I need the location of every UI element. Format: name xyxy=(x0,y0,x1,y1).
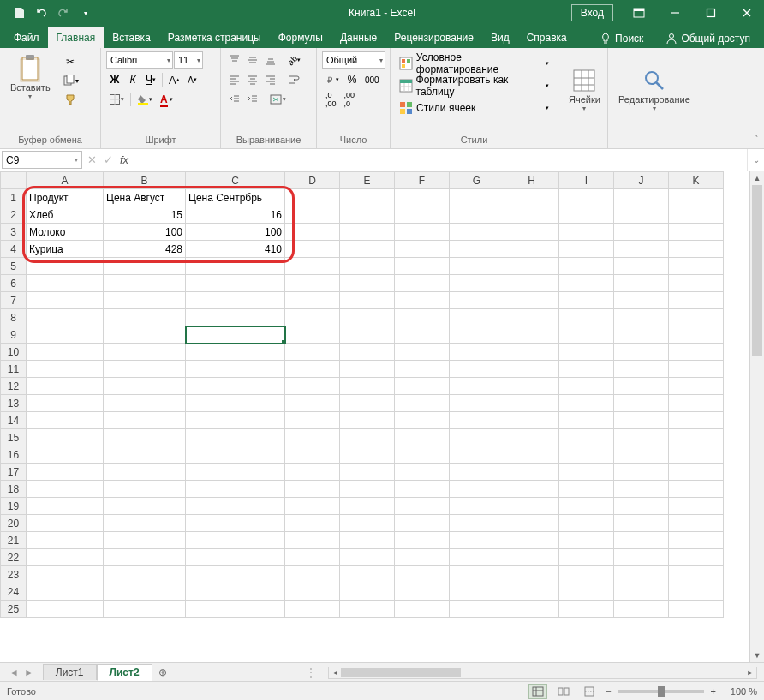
column-header[interactable]: G xyxy=(450,172,504,189)
cell-J2[interactable] xyxy=(614,206,669,224)
cell-J7[interactable] xyxy=(614,292,669,309)
sheet-tab-1[interactable]: Лист1 xyxy=(43,664,97,680)
cell-G9[interactable] xyxy=(450,326,504,344)
column-header[interactable]: B xyxy=(104,172,186,189)
cell-H24[interactable] xyxy=(504,583,559,601)
fill-color-button[interactable]: ▾ xyxy=(134,91,156,108)
cell-J19[interactable] xyxy=(614,498,669,515)
cell-I1[interactable] xyxy=(559,189,614,206)
column-header[interactable]: A xyxy=(27,172,104,189)
align-top-button[interactable] xyxy=(226,51,243,69)
column-header[interactable]: D xyxy=(285,172,340,189)
cell-J12[interactable] xyxy=(614,378,669,395)
cell-F15[interactable] xyxy=(395,429,450,446)
row-header[interactable]: 21 xyxy=(1,532,27,549)
cell-B9[interactable] xyxy=(104,326,186,344)
cell-G24[interactable] xyxy=(450,583,504,601)
cell-A19[interactable] xyxy=(27,498,104,515)
cell-B12[interactable] xyxy=(104,378,186,395)
cell-D5[interactable] xyxy=(285,258,340,275)
cell-K14[interactable] xyxy=(669,412,724,429)
cell-F16[interactable] xyxy=(395,446,450,464)
grow-font-button[interactable]: A▴ xyxy=(165,71,183,88)
cell-H20[interactable] xyxy=(504,515,559,532)
cell-C13[interactable] xyxy=(186,395,285,412)
cell-D9[interactable] xyxy=(285,326,340,344)
cell-E1[interactable] xyxy=(340,189,395,206)
scroll-right-icon[interactable]: ► xyxy=(744,667,756,678)
cell-G3[interactable] xyxy=(450,224,504,241)
cell-A8[interactable] xyxy=(27,309,104,326)
cell-A10[interactable] xyxy=(27,344,104,361)
cell-G20[interactable] xyxy=(450,515,504,532)
cell-F10[interactable] xyxy=(395,344,450,361)
cell-D15[interactable] xyxy=(285,429,340,446)
sheet-tab-2[interactable]: Лист2 xyxy=(97,664,152,681)
select-all-corner[interactable] xyxy=(1,172,27,189)
cell-A23[interactable] xyxy=(27,566,104,583)
cell-I16[interactable] xyxy=(559,446,614,464)
cell-A1[interactable]: Продукт xyxy=(27,189,104,206)
cell-H9[interactable] xyxy=(504,326,559,344)
cell-K4[interactable] xyxy=(669,241,724,258)
cell-K10[interactable] xyxy=(669,344,724,361)
cells-button[interactable]: Ячейки ▾ xyxy=(564,51,606,127)
scroll-thumb[interactable] xyxy=(752,185,762,356)
cell-K17[interactable] xyxy=(669,464,724,481)
cell-C19[interactable] xyxy=(186,498,285,515)
cell-I7[interactable] xyxy=(559,292,614,309)
cell-A6[interactable] xyxy=(27,275,104,292)
cell-A4[interactable]: Курица xyxy=(27,241,104,258)
cell-J1[interactable] xyxy=(614,189,669,206)
cell-K2[interactable] xyxy=(669,206,724,224)
cell-G10[interactable] xyxy=(450,344,504,361)
cell-C4[interactable]: 410 xyxy=(186,241,285,258)
cell-D8[interactable] xyxy=(285,309,340,326)
cell-I21[interactable] xyxy=(559,532,614,549)
cell-E3[interactable] xyxy=(340,224,395,241)
cell-K20[interactable] xyxy=(669,515,724,532)
cell-A18[interactable] xyxy=(27,481,104,498)
cell-F18[interactable] xyxy=(395,481,450,498)
cell-G1[interactable] xyxy=(450,189,504,206)
cell-D10[interactable] xyxy=(285,344,340,361)
cell-C18[interactable] xyxy=(186,481,285,498)
cell-J4[interactable] xyxy=(614,241,669,258)
cell-H2[interactable] xyxy=(504,206,559,224)
cell-K1[interactable] xyxy=(669,189,724,206)
column-header[interactable]: E xyxy=(340,172,395,189)
cell-K7[interactable] xyxy=(669,292,724,309)
cell-B25[interactable] xyxy=(104,601,186,618)
row-header[interactable]: 24 xyxy=(1,583,27,601)
cell-F22[interactable] xyxy=(395,549,450,566)
row-header[interactable]: 7 xyxy=(1,292,27,309)
tab-view[interactable]: Вид xyxy=(482,27,518,48)
cell-G4[interactable] xyxy=(450,241,504,258)
wrap-text-button[interactable] xyxy=(284,71,303,88)
align-right-button[interactable] xyxy=(262,71,279,88)
cell-G6[interactable] xyxy=(450,275,504,292)
cell-D22[interactable] xyxy=(285,549,340,566)
cell-G7[interactable] xyxy=(450,292,504,309)
cell-C25[interactable] xyxy=(186,601,285,618)
comma-format-button[interactable]: 000 xyxy=(361,71,383,88)
cell-B6[interactable] xyxy=(104,275,186,292)
cell-E13[interactable] xyxy=(340,395,395,412)
decrease-indent-button[interactable] xyxy=(226,91,243,108)
row-header[interactable]: 23 xyxy=(1,566,27,583)
zoom-slider[interactable] xyxy=(618,690,704,693)
borders-button[interactable]: ▾ xyxy=(106,91,128,108)
cell-G25[interactable] xyxy=(450,601,504,618)
cell-B18[interactable] xyxy=(104,481,186,498)
cell-H3[interactable] xyxy=(504,224,559,241)
format-painter-button[interactable] xyxy=(59,91,82,108)
font-name-select[interactable]: Calibri xyxy=(106,51,173,69)
tab-help[interactable]: Справка xyxy=(518,27,576,48)
conditional-formatting-button[interactable]: Условное форматирование▾ xyxy=(396,53,552,74)
ribbon-options-icon[interactable] xyxy=(622,0,656,26)
cell-H11[interactable] xyxy=(504,361,559,378)
orientation-button[interactable]: ab▾ xyxy=(284,51,304,69)
cell-F14[interactable] xyxy=(395,412,450,429)
cell-B19[interactable] xyxy=(104,498,186,515)
cell-C11[interactable] xyxy=(186,361,285,378)
